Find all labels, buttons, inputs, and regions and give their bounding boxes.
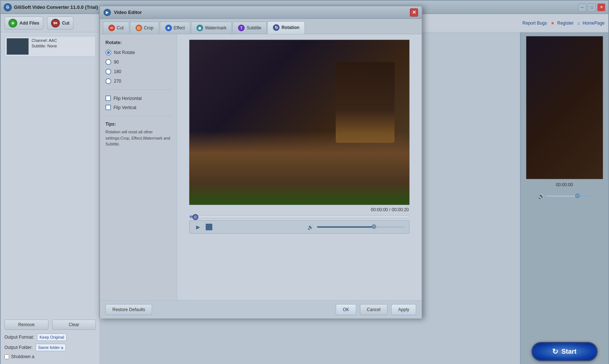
total-time: 00:00:20 (392, 207, 409, 212)
right-panel: 00:00:00 🔊 ↻ Start (520, 32, 608, 364)
subtitle-label: Subtitle: (32, 44, 46, 48)
modal-body: Rotate: Not Rotate 90 180 (100, 34, 422, 300)
remove-button[interactable]: Remove (4, 320, 48, 330)
stop-button[interactable] (206, 224, 212, 230)
rotation-tab-icon: ↻ (273, 24, 280, 31)
subtitle-row: Subtitle: None (32, 44, 57, 48)
cut-button[interactable]: ✂ Cut (47, 17, 73, 30)
video-preview (189, 40, 410, 205)
tab-crop[interactable]: ⊡ Crop (130, 22, 159, 34)
video-frame (190, 40, 409, 205)
video-editor-modal: ▶ Video Editor ✕ ✂ Cut ⊡ Crop ★ Effect ◉… (99, 6, 422, 318)
radio-270-label: 270 (114, 79, 121, 84)
footer-right-buttons: OK Cancel Apply (336, 304, 416, 315)
play-button[interactable]: ▶ (194, 223, 202, 231)
register-label: Register (557, 21, 574, 26)
playback-volume-slider[interactable] (317, 226, 405, 228)
output-folder-label: Output Folder: (4, 345, 33, 350)
radio-270[interactable]: 270 (105, 78, 171, 84)
channel-label: Channel: (32, 38, 48, 43)
tab-effect[interactable]: ★ Effect (160, 22, 190, 34)
apply-button[interactable]: Apply (391, 304, 416, 315)
playback-volume-handle[interactable] (372, 224, 376, 229)
modal-title: Video Editor (114, 10, 410, 15)
tips-divider (105, 116, 171, 116)
toolbar-right: Report Bugs ★ Register ⌂ HomePage (522, 21, 605, 26)
home-icon: ⌂ (577, 21, 580, 26)
watermark-tab-icon: ◉ (197, 25, 203, 31)
bottom-buttons: Remove Clear (4, 320, 96, 330)
restore-defaults-button[interactable]: Restore Defaults (105, 304, 152, 315)
flip-vertical-label: Flip Vertical (113, 105, 136, 110)
effect-tab-icon: ★ (165, 25, 172, 31)
subtitle-value: None (47, 44, 57, 48)
progress-handle[interactable] (192, 214, 198, 220)
preview-panel: 00:00:00 / 00:00:20 ▶ 🔊 (177, 34, 422, 300)
file-thumbnail (7, 38, 29, 55)
cut-tab-label: Cut (117, 25, 124, 30)
playback-volume-icon: 🔊 (307, 224, 313, 230)
modal-title-bar: ▶ Video Editor ✕ (100, 6, 422, 19)
tab-bar: ✂ Cut ⊡ Crop ★ Effect ◉ Watermark T Subt… (100, 19, 422, 34)
volume-handle[interactable] (575, 194, 580, 198)
tab-watermark[interactable]: ◉ Watermark (191, 22, 232, 34)
channel-value: AAC (49, 38, 57, 43)
maximize-button[interactable]: □ (588, 3, 596, 11)
radio-180-label: 180 (114, 69, 121, 74)
radio-90-label: 90 (114, 60, 119, 65)
radio-270-circle (105, 78, 111, 84)
progress-bar[interactable] (189, 215, 410, 218)
channel-row: Channel: AAC (32, 38, 57, 43)
modal-footer: Restore Defaults OK Cancel Apply (100, 300, 422, 318)
radio-90-circle (105, 59, 111, 65)
tab-rotation[interactable]: ↻ Rotation (267, 21, 305, 34)
tab-subtitle[interactable]: T Subtitle (233, 22, 267, 34)
radio-not-rotate[interactable]: Not Rotate (105, 50, 171, 55)
start-button[interactable]: ↻ Start (531, 342, 598, 361)
cut-label: Cut (62, 21, 69, 26)
file-list-area (4, 60, 96, 320)
start-label: Start (561, 348, 576, 356)
volume-icon: 🔊 (538, 193, 544, 199)
register-icon: ★ (551, 21, 555, 26)
tab-cut[interactable]: ✂ Cut (103, 22, 129, 34)
volume-row: 🔊 (538, 193, 591, 199)
clear-button[interactable]: Clear (52, 320, 96, 330)
close-button[interactable]: ✕ (597, 3, 605, 11)
app-icon: G (4, 3, 12, 11)
options-panel: Rotate: Not Rotate 90 180 (100, 34, 177, 300)
radio-180-circle (105, 69, 111, 75)
current-time: 00:00:00 (371, 207, 388, 212)
output-format-label: Output Format: (4, 335, 34, 340)
volume-slider[interactable] (547, 195, 591, 197)
flip-horizontal-checkbox[interactable] (105, 95, 111, 101)
right-preview-thumb (526, 36, 603, 179)
flip-vertical-item[interactable]: Flip Vertical (105, 105, 171, 110)
homepage-link[interactable]: ⌂ HomePage (577, 21, 605, 26)
subtitle-tab-icon: T (238, 25, 245, 31)
output-folder-row: Output Folder: Same folder a (4, 344, 96, 351)
right-video-frame (526, 36, 603, 179)
shutdown-checkbox[interactable] (4, 354, 9, 359)
rotate-title: Rotate: (105, 40, 171, 45)
rotation-tab-label: Rotation (281, 25, 299, 30)
output-format-value[interactable]: Keep Original (37, 334, 67, 341)
modal-close-button[interactable]: ✕ (410, 8, 418, 17)
cancel-button[interactable]: Cancel (360, 304, 388, 315)
homepage-label: HomePage (583, 21, 605, 26)
ok-button[interactable]: OK (336, 304, 356, 315)
right-preview-time: 00:00:00 (556, 182, 573, 187)
add-files-button[interactable]: + Add Files (4, 17, 43, 30)
flip-horizontal-item[interactable]: Flip Horizontal (105, 95, 171, 101)
minimize-button[interactable]: ─ (578, 3, 586, 11)
radio-90[interactable]: 90 (105, 59, 171, 65)
radio-180[interactable]: 180 (105, 69, 171, 75)
report-bugs-link[interactable]: Report Bugs (522, 21, 547, 26)
shutdown-label: Shutdown a (11, 354, 34, 359)
crop-tab-label: Crop (144, 25, 154, 30)
time-display: 00:00:00 / 00:00:20 (371, 207, 416, 212)
tips-title: Tips: (105, 122, 171, 127)
register-link[interactable]: ★ Register (551, 21, 574, 26)
output-folder-value[interactable]: Same folder a (36, 344, 66, 351)
flip-vertical-checkbox[interactable] (105, 105, 111, 110)
